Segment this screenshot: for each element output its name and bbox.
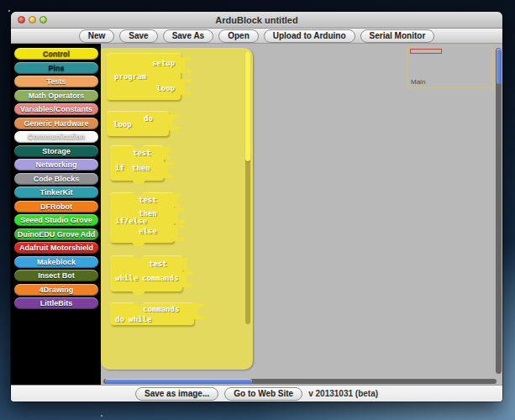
sidebar-item-label: 4Drawing bbox=[39, 286, 74, 294]
save-as-button[interactable]: Save As bbox=[163, 29, 214, 43]
block-label: if bbox=[115, 164, 124, 172]
save-as-image-button[interactable]: Save as image... bbox=[135, 387, 218, 401]
block-label: loop bbox=[113, 120, 132, 129]
sidebar-item-label: TinkerKit bbox=[40, 188, 73, 197]
go-to-web-site-button[interactable]: Go to Web Site bbox=[224, 387, 302, 401]
category-list: ControlPinsTestsMath OperatorsVariables/… bbox=[11, 44, 101, 385]
new-button[interactable]: New bbox=[79, 29, 115, 43]
block-slot-label: test bbox=[133, 149, 151, 157]
block-slot-label: commands bbox=[143, 305, 179, 313]
sidebar-item-seeed-studio-grove[interactable]: Seeed Studio Grove bbox=[14, 214, 98, 226]
traffic-lights bbox=[18, 16, 47, 24]
sidebar-item-4drawing[interactable]: 4Drawing bbox=[14, 284, 98, 296]
sidebar-item-math-operators[interactable]: Math Operators bbox=[14, 90, 98, 102]
test-socket-icon bbox=[163, 147, 171, 160]
bump-connector-icon bbox=[132, 181, 145, 184]
sidebar-item-control[interactable]: Control bbox=[14, 48, 98, 60]
sidebar-item-networking[interactable]: Networking bbox=[14, 159, 98, 171]
horizontal-scrollbar-thumb[interactable] bbox=[105, 379, 252, 384]
block-slot-label: commands bbox=[142, 274, 178, 282]
block-palette: program setup loop loop do test bbox=[101, 48, 253, 370]
sidebar-item-label: Networking bbox=[35, 160, 76, 169]
sidebar-item-tinkerkit[interactable]: TinkerKit bbox=[14, 186, 98, 198]
sidebar-item-adafruit-motorshield[interactable]: Adafruit Motorshield bbox=[14, 242, 98, 254]
block-label: do while bbox=[115, 315, 151, 323]
sidebar-item-label: Control bbox=[43, 50, 70, 58]
horizontal-scrollbar-track[interactable] bbox=[103, 379, 497, 384]
palette-block-do-while[interactable]: commands do while bbox=[110, 302, 194, 325]
toolbar: New Save Save As Open Upload to Arduino … bbox=[11, 29, 502, 44]
sidebar-item-label: Pins bbox=[48, 64, 64, 72]
sidebar-item-label: Insect Bot bbox=[38, 271, 75, 280]
ardublock-window: ArduBlock untitled New Save Save As Open… bbox=[11, 12, 502, 402]
titlebar[interactable]: ArduBlock untitled bbox=[11, 12, 502, 29]
sidebar-item-tests[interactable]: Tests bbox=[14, 76, 98, 87]
block-label: program bbox=[114, 72, 146, 81]
socket-connector-icon bbox=[173, 207, 184, 223]
sidebar-item-pins[interactable]: Pins bbox=[14, 62, 98, 74]
block-slot-label: then bbox=[132, 164, 150, 172]
zoom-button-icon[interactable] bbox=[39, 16, 47, 24]
palette-scrollbar-thumb[interactable] bbox=[245, 51, 250, 161]
sidebar-item-label: Variables/Constants bbox=[20, 105, 92, 113]
version-label: v 20131031 (beta) bbox=[308, 389, 378, 398]
vertical-scrollbar-thumb[interactable] bbox=[497, 49, 502, 84]
sidebar-item-code-blocks[interactable]: Code Blocks bbox=[14, 173, 98, 185]
socket-connector-icon bbox=[181, 271, 192, 287]
sidebar-item-dfrobot[interactable]: DFRobot bbox=[14, 201, 98, 213]
close-button-icon[interactable] bbox=[18, 16, 25, 24]
socket-connector-icon bbox=[168, 114, 179, 130]
statusbar: Save as image... Go to Web Site v 201310… bbox=[11, 385, 502, 402]
save-button[interactable]: Save bbox=[119, 29, 157, 43]
sidebar-item-label: Makeblock bbox=[37, 258, 76, 266]
sidebar-item-label: Storage bbox=[42, 147, 71, 155]
bump-connector-icon bbox=[132, 243, 145, 246]
sidebar-item-label: Code Blocks bbox=[34, 175, 80, 183]
sidebar-item-generic-hardware[interactable]: Generic Hardware bbox=[14, 118, 98, 129]
sidebar-item-label: DFRobot bbox=[40, 202, 72, 211]
horizontal-scrollbar[interactable] bbox=[101, 378, 502, 385]
sidebar-item-label: Seeed Studio Grove bbox=[20, 216, 92, 224]
sidebar-item-label: Generic Hardware bbox=[24, 119, 88, 128]
block-label: while bbox=[115, 274, 138, 282]
minimize-button-icon[interactable] bbox=[29, 16, 36, 24]
palette-block-program[interactable]: program setup loop bbox=[107, 53, 181, 100]
window-title: ArduBlock untitled bbox=[215, 15, 297, 25]
socket-connector-icon bbox=[180, 57, 191, 73]
test-socket-icon bbox=[173, 194, 181, 207]
sidebar-item-label: Math Operators bbox=[29, 92, 85, 100]
block-slot-label: test bbox=[139, 196, 157, 204]
minimap-viewport[interactable] bbox=[410, 49, 442, 54]
test-socket-icon bbox=[181, 258, 190, 270]
socket-connector-icon bbox=[193, 303, 204, 319]
sidebar-item-label: Adafruit Motorshield bbox=[19, 244, 93, 252]
content-area: ControlPinsTestsMath OperatorsVariables/… bbox=[11, 44, 502, 385]
sidebar-item-makeblock[interactable]: Makeblock bbox=[14, 256, 98, 268]
socket-connector-icon bbox=[163, 162, 174, 178]
sidebar-item-littlebits[interactable]: LittleBits bbox=[14, 297, 98, 309]
notch-connector-icon bbox=[132, 255, 145, 259]
sidebar-item-duinoedu-grove-add[interactable]: DuinoEDU Grove Add bbox=[14, 228, 98, 240]
palette-block-loop[interactable]: loop do bbox=[107, 111, 169, 136]
canvas-minimap[interactable]: Main bbox=[407, 46, 493, 88]
sidebar-item-variables-constants[interactable]: Variables/Constants bbox=[14, 103, 98, 115]
palette-scrollbar[interactable] bbox=[245, 51, 250, 324]
block-slot-label: do bbox=[144, 114, 153, 123]
palette-block-if-else[interactable]: test then if/else else bbox=[110, 192, 174, 243]
socket-connector-icon bbox=[180, 79, 191, 95]
open-button[interactable]: Open bbox=[218, 29, 259, 43]
upload-to-arduino-button[interactable]: Upload to Arduino bbox=[264, 29, 355, 43]
serial-monitor-button[interactable]: Serial Monitor bbox=[360, 29, 435, 43]
block-slot-label: test bbox=[149, 260, 167, 268]
work-row: program setup loop loop do test bbox=[101, 44, 502, 378]
sidebar-item-communication[interactable]: Communication bbox=[14, 131, 98, 143]
palette-block-if[interactable]: test if then bbox=[110, 145, 164, 181]
sidebar-item-label: LittleBits bbox=[40, 299, 73, 307]
vertical-scrollbar[interactable] bbox=[496, 48, 502, 374]
minimap-label: Main bbox=[411, 78, 425, 86]
palette-block-while[interactable]: test while commands bbox=[110, 255, 182, 291]
sidebar-item-storage[interactable]: Storage bbox=[14, 145, 98, 157]
block-slot-label: else bbox=[139, 227, 157, 235]
socket-connector-icon bbox=[173, 225, 184, 241]
sidebar-item-insect-bot[interactable]: Insect Bot bbox=[14, 270, 98, 281]
